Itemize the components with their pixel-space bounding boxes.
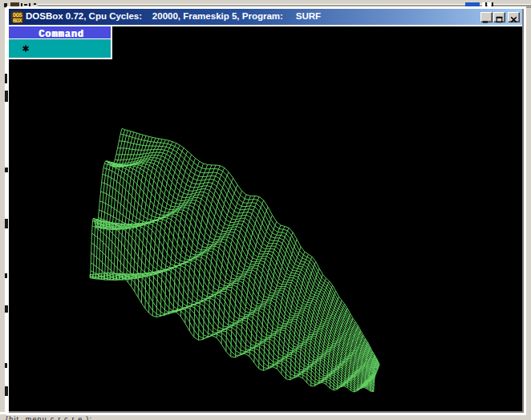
svg-text:BOX: BOX: [13, 18, 22, 23]
